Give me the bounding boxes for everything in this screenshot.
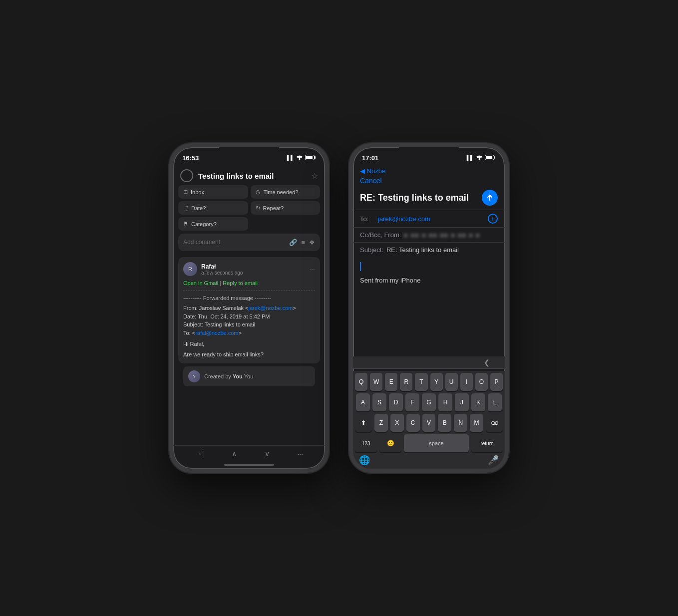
- keyboard-bottom-row: 🌐 🎤: [355, 455, 503, 469]
- from-line: From: Jarosław Samelak <jarek@nozbe.com>: [183, 304, 315, 312]
- email-compose-screen: ◀ Nozbe Cancel RE: Testing links to emai…: [353, 165, 505, 469]
- subject-line: Subject: Testing links to email: [183, 320, 315, 329]
- to-email[interactable]: rafal@nozbe.com: [195, 330, 238, 336]
- delete-key[interactable]: ⌫: [486, 414, 503, 432]
- key-T[interactable]: T: [415, 373, 427, 391]
- open-gmail-link[interactable]: Open in Gmail: [183, 280, 218, 286]
- time-btn[interactable]: ◷ Time needed?: [251, 185, 321, 199]
- key-Z[interactable]: Z: [374, 414, 388, 432]
- predictive-chevron[interactable]: ❮: [484, 358, 490, 366]
- task-header: Testing links to email ☆: [173, 165, 325, 185]
- repeat-btn[interactable]: ↻ Repeat?: [251, 201, 321, 215]
- comment-toolbar: 🔗 ≡ ❖: [289, 239, 315, 246]
- key-A[interactable]: A: [356, 393, 370, 411]
- to-prefix: To: <: [183, 330, 195, 336]
- to-email-value[interactable]: jarek@nozbe.com: [378, 215, 488, 223]
- email-nav: ◀ Nozbe: [353, 165, 505, 177]
- svg-rect-4: [494, 156, 495, 159]
- more-btn[interactable]: ···: [297, 450, 303, 458]
- to-label: To:: [360, 215, 375, 223]
- time-icon: ◷: [256, 189, 261, 195]
- numbers-key[interactable]: 123: [355, 434, 377, 452]
- avatar-rafal: R: [183, 262, 197, 276]
- star-icon[interactable]: ☆: [311, 171, 318, 181]
- key-L[interactable]: L: [488, 393, 502, 411]
- keyboard-row-4: 123 🙂 space return: [355, 434, 503, 452]
- date-line: Date: Thu, Oct 24, 2019 at 5:42 PM: [183, 312, 315, 321]
- down-btn[interactable]: ∨: [265, 450, 270, 458]
- category-btn[interactable]: ⚑ Category?: [178, 217, 248, 231]
- reply-to-email-link[interactable]: Reply to email: [223, 280, 258, 286]
- key-I[interactable]: I: [460, 373, 473, 391]
- task-title: Testing links to email: [198, 172, 274, 180]
- key-G[interactable]: G: [422, 393, 436, 411]
- date-icon: ⬚: [183, 205, 188, 211]
- to-line: To: <rafal@nozbe.com>: [183, 329, 315, 337]
- keyboard-row-2: A S D F G H J K L: [355, 393, 503, 411]
- pred-word-1[interactable]: [368, 358, 376, 366]
- meta-grid: ⊡ Inbox ◷ Time needed? ⬚ Date? ↻ Repeat?…: [173, 185, 325, 234]
- emoji-key[interactable]: 🙂: [379, 434, 401, 452]
- dropbox-icon[interactable]: ❖: [309, 239, 315, 246]
- forward-btn[interactable]: →|: [195, 450, 204, 458]
- key-B[interactable]: B: [438, 414, 451, 432]
- key-Y[interactable]: Y: [430, 373, 443, 391]
- subject-field-value[interactable]: RE: Testing links to email: [386, 246, 459, 254]
- comment-item: R Rafał a few seconds ago ··· Open in Gm…: [178, 257, 320, 363]
- status-time-2: 17:01: [362, 154, 378, 162]
- predictive-bar: ❮: [353, 356, 505, 369]
- key-M[interactable]: M: [470, 414, 483, 432]
- key-P[interactable]: P: [490, 373, 503, 391]
- link-icon[interactable]: 🔗: [289, 239, 297, 246]
- to-end: >: [239, 330, 242, 336]
- key-J[interactable]: J: [455, 393, 469, 411]
- space-key[interactable]: space: [404, 434, 469, 452]
- add-recipient-button[interactable]: +: [488, 214, 498, 224]
- microphone-icon[interactable]: 🎤: [488, 455, 499, 466]
- task-title-row: Testing links to email: [180, 169, 274, 182]
- key-E[interactable]: E: [385, 373, 397, 391]
- email-body[interactable]: Sent from my iPhone: [353, 257, 505, 356]
- key-W[interactable]: W: [370, 373, 382, 391]
- keyboard-row-3: ⬆ Z X C V B N M ⌫: [355, 414, 503, 432]
- task-checkbox[interactable]: [180, 169, 193, 182]
- key-N[interactable]: N: [454, 414, 467, 432]
- key-D[interactable]: D: [389, 393, 403, 411]
- key-O[interactable]: O: [475, 373, 488, 391]
- comment-author-row: R Rafał a few seconds ago ···: [183, 262, 315, 276]
- pred-word-3[interactable]: [445, 358, 453, 366]
- shift-key[interactable]: ⬆: [355, 414, 372, 432]
- comment-input-area[interactable]: Add comment 🔗 ≡ ❖: [178, 234, 320, 251]
- pred-word-2[interactable]: [407, 358, 415, 366]
- keyboard: Q W E R T Y U I O P A S D F G H J K: [353, 371, 505, 469]
- comment-body: Open in Gmail | Reply to email ---------…: [183, 279, 315, 358]
- list-icon[interactable]: ≡: [301, 239, 305, 246]
- inbox-btn[interactable]: ⊡ Inbox: [178, 185, 248, 199]
- phone-1: 16:53 ▌▌ Testing links to email ☆ ⊡ Inbo…: [169, 143, 329, 473]
- email-subject-row: RE: Testing links to email: [353, 188, 505, 210]
- back-button[interactable]: ◀ Nozbe: [360, 167, 385, 175]
- cancel-button[interactable]: Cancel: [360, 177, 382, 185]
- key-C[interactable]: C: [406, 414, 420, 432]
- up-btn[interactable]: ∧: [232, 450, 237, 458]
- key-H[interactable]: H: [438, 393, 452, 411]
- key-U[interactable]: U: [445, 373, 458, 391]
- svg-rect-1: [315, 156, 316, 159]
- key-K[interactable]: K: [471, 393, 485, 411]
- send-button[interactable]: [482, 190, 498, 206]
- return-key[interactable]: return: [471, 434, 503, 452]
- key-Q[interactable]: Q: [355, 373, 367, 391]
- date-btn[interactable]: ⬚ Date?: [178, 201, 248, 215]
- key-X[interactable]: X: [390, 414, 404, 432]
- from-email[interactable]: jarek@nozbe.com: [249, 305, 293, 311]
- globe-icon[interactable]: 🌐: [359, 455, 370, 466]
- creator-name: You: [233, 373, 243, 379]
- battery-icon-2: [485, 155, 496, 161]
- comment-meta: Rafał a few seconds ago: [201, 263, 243, 276]
- key-R[interactable]: R: [400, 373, 412, 391]
- key-F[interactable]: F: [405, 393, 419, 411]
- key-V[interactable]: V: [422, 414, 436, 432]
- key-S[interactable]: S: [372, 393, 386, 411]
- compose-header-row: Cancel: [353, 177, 505, 188]
- comment-more-icon[interactable]: ···: [309, 265, 315, 273]
